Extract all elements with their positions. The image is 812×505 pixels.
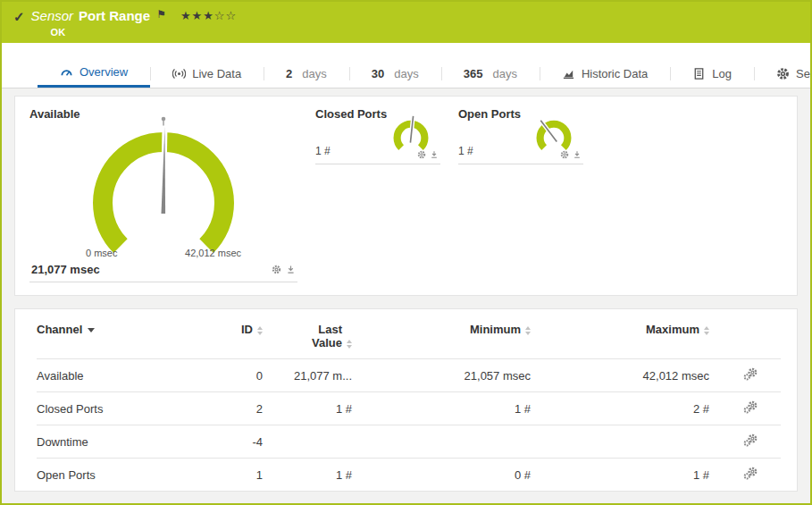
channel-row-available[interactable]: Available 0 21,077 m... 21,057 msec 42,0…: [37, 359, 781, 392]
column-header-id[interactable]: ID: [206, 309, 273, 359]
gauge-available-value: 21,077 msec: [31, 263, 100, 276]
channel-settings-icon[interactable]: [743, 367, 758, 381]
tab-2-days[interactable]: 2 days: [264, 59, 349, 88]
channel-settings-gear-icon[interactable]: [560, 150, 569, 159]
channel-row-closed-ports[interactable]: Closed Ports 2 1 # 1 # 2 #: [37, 392, 781, 425]
channel-maximum-cell: 2 #: [541, 392, 720, 425]
tab-settings-label: Settings: [796, 67, 812, 80]
table-header-row: Channel ID Last Value Minimum Maximum: [37, 309, 781, 359]
gauge-max-label: 42,012 msec: [185, 248, 241, 258]
channel-row-downtime[interactable]: Downtime -4: [37, 425, 781, 459]
gauge-closed-ports-value: 1 #: [315, 145, 331, 157]
tab-30-days-number: 30: [372, 67, 384, 80]
gauge-available: Available 0 msec 42,012 msec: [29, 107, 297, 282]
channel-last-value-cell: 1 #: [273, 459, 363, 492]
channel-last-value-cell: 21,077 m...: [273, 359, 363, 392]
tab-365-days[interactable]: 365 days: [441, 59, 540, 88]
column-header-minimum-label: Minimum: [470, 323, 521, 336]
sort-icon[interactable]: [347, 340, 352, 349]
page-title: Port Range: [79, 8, 150, 23]
gauge-icon: [60, 65, 73, 79]
column-header-channel-label: Channel: [37, 323, 82, 336]
sort-icon[interactable]: [525, 326, 531, 335]
channels-table-panel: Channel ID Last Value Minimum Maximum: [14, 308, 798, 492]
tab-live-data[interactable]: Live Data: [150, 59, 264, 88]
tab-30-days[interactable]: 30 days: [349, 59, 441, 88]
column-header-channel[interactable]: Channel: [37, 309, 206, 359]
tab-log[interactable]: Log: [670, 59, 754, 88]
gauge-open-ports-value: 1 #: [458, 145, 473, 157]
channel-id-cell: 0: [206, 359, 273, 392]
channel-maximum-cell: [541, 425, 720, 459]
tab-bar: Overview Live Data 2 days 30 days 365 da…: [2, 59, 810, 88]
column-header-maximum-label: Maximum: [646, 323, 699, 336]
tab-log-label: Log: [712, 67, 732, 80]
live-broadcast-icon: [172, 67, 186, 80]
tab-2-days-number: 2: [286, 67, 292, 80]
channel-settings-icon[interactable]: [743, 400, 758, 414]
chart-icon: [562, 67, 575, 80]
gauge-available-footer: 21,077 msec: [29, 260, 297, 282]
channel-last-value-cell: [273, 425, 363, 459]
status-badge: OK: [51, 27, 238, 38]
column-header-maximum[interactable]: Maximum: [541, 309, 720, 359]
gear-icon: [776, 67, 790, 80]
sort-desc-icon: [88, 328, 95, 332]
channel-settings-gear-icon[interactable]: [417, 150, 426, 159]
channel-id-cell: 1: [206, 459, 273, 492]
flag-icon[interactable]: ⚑: [156, 8, 166, 21]
gauge-scale: 0 msec 42,012 msec: [61, 248, 266, 258]
main-content: Available 0 msec 42,012 msec: [2, 88, 810, 503]
tab-live-data-label: Live Data: [192, 67, 241, 80]
gauge-open-ports: Open Ports 1 #: [458, 107, 583, 164]
tab-overview-label: Overview: [80, 65, 128, 79]
gauge-min-label: 0 msec: [86, 248, 117, 258]
channel-last-value-cell: 1 #: [273, 392, 363, 425]
channel-minimum-cell: 1 #: [363, 392, 541, 425]
sort-icon[interactable]: [704, 326, 709, 335]
column-header-minimum[interactable]: Minimum: [363, 309, 541, 359]
channel-row-open-ports[interactable]: Open Ports 1 1 # 0 # 1 #: [37, 459, 781, 492]
gauges-panel: Available 0 msec 42,012 msec: [14, 96, 798, 296]
channel-settings-icon[interactable]: [743, 433, 758, 447]
prtg-sensor-window: ✓ Sensor Port Range ⚑ ★★★☆☆ OK Overview …: [0, 0, 812, 505]
channel-settings-icon[interactable]: [743, 467, 758, 480]
column-header-actions: [720, 309, 781, 359]
pin-icon[interactable]: [286, 265, 296, 274]
gauge-closed-ports: Closed Ports 1 #: [315, 107, 440, 164]
channel-name-cell: Available: [37, 359, 206, 392]
pin-icon[interactable]: [573, 150, 582, 159]
channel-settings-gear-icon[interactable]: [272, 265, 281, 274]
priority-stars[interactable]: ★★★☆☆: [180, 9, 237, 22]
tab-overview[interactable]: Overview: [38, 59, 150, 88]
tab-30-days-unit: days: [394, 67, 418, 80]
channel-minimum-cell: 0 #: [363, 459, 541, 492]
tab-historic-data-label: Historic Data: [582, 67, 648, 80]
status-check-icon: ✓: [13, 9, 25, 25]
tab-2-days-unit: days: [302, 67, 326, 80]
object-kind-label: Sensor: [31, 8, 74, 23]
sensor-title-block: Sensor Port Range ⚑ ★★★☆☆ OK: [31, 8, 238, 38]
tab-historic-data[interactable]: Historic Data: [540, 59, 670, 88]
tab-365-days-number: 365: [464, 67, 483, 80]
channel-minimum-cell: [363, 425, 541, 459]
column-header-id-label: ID: [241, 323, 253, 336]
channels-table: Channel ID Last Value Minimum Maximum: [37, 309, 781, 491]
column-header-last-value-label: Last Value: [303, 323, 342, 349]
sensor-header: ✓ Sensor Port Range ⚑ ★★★☆☆ OK: [2, 2, 810, 43]
channel-maximum-cell: 1 #: [541, 459, 720, 492]
channel-minimum-cell: 21,057 msec: [363, 359, 541, 392]
channel-name-cell: Closed Ports: [37, 392, 206, 425]
channel-id-cell: -4: [206, 425, 273, 459]
column-header-last-value[interactable]: Last Value: [273, 309, 363, 359]
gauge-max-marker-icon: [162, 117, 166, 126]
channel-id-cell: 2: [206, 392, 273, 425]
pin-icon[interactable]: [430, 150, 439, 159]
channel-maximum-cell: 42,012 msec: [541, 359, 720, 392]
document-icon: [692, 67, 706, 80]
available-gauge-dial: [61, 114, 266, 260]
tab-settings[interactable]: Settings: [754, 59, 812, 88]
channel-name-cell: Downtime: [37, 425, 206, 459]
sort-icon[interactable]: [257, 326, 263, 335]
channel-name-cell: Open Ports: [37, 459, 206, 492]
